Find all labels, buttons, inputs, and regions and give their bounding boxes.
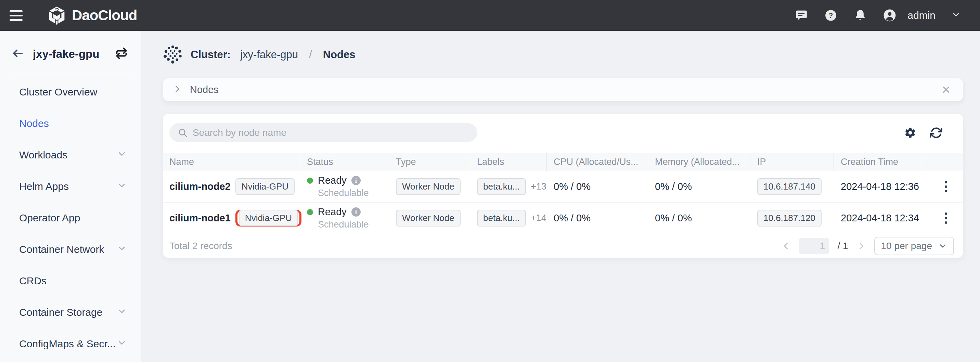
breadcrumb-separator: / [309,49,312,61]
sidebar-divider [10,74,131,74]
memory-value: 0% / 0% [655,213,692,224]
daocloud-logo: DaoCloud [47,6,137,25]
memory-value: 0% / 0% [655,181,692,192]
schedulable-label: Schedulable [318,219,369,230]
page-total-label: / 1 [837,241,848,251]
status-text: Ready [318,175,347,186]
cpu-value: 0% / 0% [554,181,590,192]
label-chip[interactable]: beta.ku... [477,178,526,195]
sidebar-item-operator-app[interactable]: Operator App [0,202,141,234]
cluster-name: jxy-fake-gpu [33,48,107,60]
search-box[interactable] [169,123,477,142]
svg-text:?: ? [829,11,833,19]
node-type-chip: Worker Node [396,210,461,227]
pagination: / 1 10 per page [781,237,954,255]
page-number-input[interactable] [799,238,829,254]
creation-time: 2024-04-18 12:34 [841,213,919,224]
username-label[interactable]: admin [907,10,935,21]
sidebar-item-crds[interactable]: CRDs [0,265,141,297]
chevron-down-icon [117,338,127,350]
info-icon[interactable]: i [352,207,361,217]
table-row: cilium-node2 Nvidia-GPU Ready i Schedula… [163,171,963,203]
label-chip[interactable]: beta.ku... [477,210,526,227]
column-header-cpu[interactable]: CPU (Allocated/Us... [547,153,648,171]
gpu-tag-chip: Nvidia-GPU [239,210,298,226]
node-name-link[interactable]: cilium-node1 [169,213,231,224]
daocloud-cube-icon [47,6,66,25]
nodes-table-card: Name Status Type Labels CPU (Allocated/U… [163,114,963,258]
sidebar-item-workloads[interactable]: Workloads [0,139,141,171]
nodes-collapse-bar[interactable]: Nodes [163,78,963,101]
node-name-link[interactable]: cilium-node2 [169,181,231,192]
breadcrumb-current: Nodes [323,49,356,61]
search-icon [178,128,188,138]
creation-time: 2024-04-18 12:36 [841,181,919,192]
notifications-bell-icon[interactable] [853,8,867,22]
row-actions-kebab-icon[interactable] [943,179,949,194]
column-header-status[interactable]: Status [300,153,389,171]
column-header-memory[interactable]: Memory (Allocated... [648,153,750,171]
page-size-select[interactable]: 10 per page [874,237,954,255]
labels-more-count[interactable]: +14 [531,213,546,224]
info-icon[interactable]: i [352,176,361,185]
ip-chip[interactable]: 10.6.187.140 [757,178,822,195]
chevron-down-icon [117,149,127,162]
total-records-label: Total 2 records [169,241,232,251]
feedback-icon[interactable] [795,8,808,22]
column-header-type[interactable]: Type [389,153,470,171]
chevron-down-icon [938,241,947,251]
search-input[interactable] [192,127,472,138]
column-header-name[interactable]: Name [163,153,300,171]
help-icon[interactable]: ? [824,8,838,22]
column-header-actions [922,153,963,171]
row-actions-kebab-icon[interactable] [943,210,949,226]
chevron-down-icon [117,180,127,193]
next-page-chevron-icon[interactable] [856,241,866,251]
menu-toggle-icon[interactable] [10,7,26,24]
sidebar-menu: Cluster Overview Nodes Workloads Helm Ap… [0,76,141,360]
breadcrumb-cluster[interactable]: jxy-fake-gpu [240,49,298,61]
gpu-tag-chip: Nvidia-GPU [235,178,294,195]
sidebar-item-configmaps-secrets[interactable]: ConfigMaps & Secr... [0,328,141,360]
sidebar-item-container-storage[interactable]: Container Storage [0,297,141,328]
cluster-dots-icon [163,45,182,64]
table-header: Name Status Type Labels CPU (Allocated/U… [163,153,963,171]
table-settings-gear-icon[interactable] [904,127,916,139]
schedulable-label: Schedulable [318,188,369,198]
column-header-creation-time[interactable]: Creation Time [834,153,922,171]
back-arrow-icon[interactable] [12,47,24,61]
ip-chip[interactable]: 10.6.187.120 [757,210,822,227]
previous-page-chevron-icon[interactable] [781,241,791,251]
app-title: DaoCloud [72,7,137,24]
refresh-icon[interactable] [930,127,942,139]
sidebar-item-nodes[interactable]: Nodes [0,108,141,139]
chevron-right-icon[interactable] [173,84,182,95]
user-menu-chevron-down-icon[interactable] [951,10,961,21]
red-highlight-annotation: Nvidia-GPU [235,210,301,227]
node-type-chip: Worker Node [396,178,461,195]
status-ready-dot [307,178,313,184]
topbar: DaoCloud ? admin [0,0,980,31]
chevron-down-icon [117,306,127,319]
status-text: Ready [318,206,347,218]
user-avatar[interactable] [883,8,897,22]
breadcrumb-prefix: Cluster: [191,49,231,61]
column-header-ip[interactable]: IP [750,153,834,171]
panel-title: Nodes [190,84,219,95]
status-ready-dot [307,209,313,215]
breadcrumb: Cluster: jxy-fake-gpu / Nodes [141,31,980,78]
chevron-down-icon [117,243,127,256]
column-header-labels[interactable]: Labels [470,153,547,171]
labels-more-count[interactable]: +13 [531,181,546,192]
switch-cluster-icon[interactable] [115,47,127,61]
sidebar-item-cluster-overview[interactable]: Cluster Overview [0,76,141,108]
close-icon[interactable] [941,84,951,95]
sidebar-item-helm-apps[interactable]: Helm Apps [0,171,141,202]
table-row: cilium-node1 Nvidia-GPU Ready i Schedula… [163,203,963,234]
sidebar-item-container-network[interactable]: Container Network [0,234,141,265]
sidebar: jxy-fake-gpu Cluster Overview Nodes Work… [0,31,141,362]
cpu-value: 0% / 0% [554,213,590,224]
